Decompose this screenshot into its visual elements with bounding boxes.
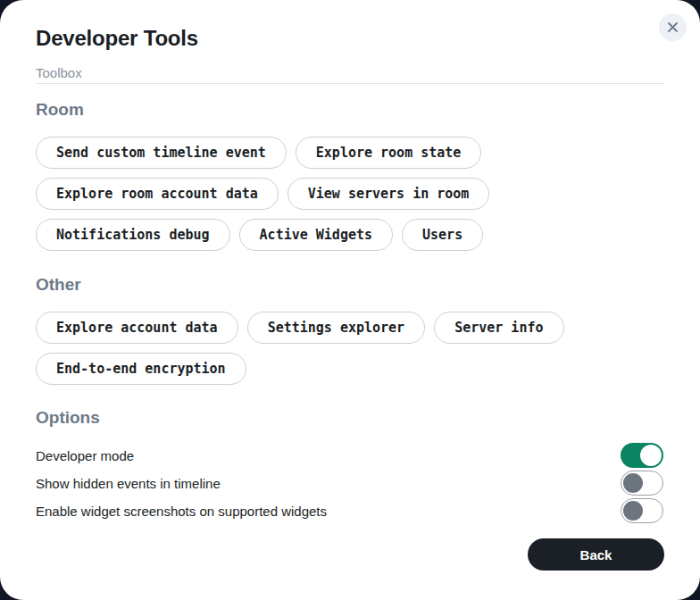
developer-tools-dialog: Developer Tools Toolbox Room Send custom… (0, 0, 700, 600)
tool-button-send-custom-timeline-event[interactable]: Send custom timeline event (36, 137, 287, 169)
dialog-title: Developer Tools (36, 27, 664, 50)
toggle-knob (640, 445, 662, 466)
tool-button-explore-account-data[interactable]: Explore account data (36, 312, 238, 344)
tool-button-explore-room-account-data[interactable]: Explore room account data (36, 178, 279, 210)
close-button[interactable] (659, 13, 687, 41)
options-list: Developer mode Show hidden events in tim… (36, 443, 664, 523)
dialog-subtitle: Toolbox (36, 64, 664, 84)
toggle-widget-screenshots[interactable] (621, 498, 663, 523)
tool-button-end-to-end-encryption[interactable]: End-to-end encryption (36, 353, 246, 385)
option-label: Developer mode (36, 448, 621, 463)
section-heading-options: Options (36, 409, 664, 427)
tool-button-settings-explorer[interactable]: Settings explorer (247, 312, 426, 344)
toggle-developer-mode[interactable] (621, 443, 663, 468)
option-row-widget-screenshots: Enable widget screenshots on supported w… (36, 498, 664, 523)
room-button-group: Send custom timeline event Explore room … (36, 137, 664, 251)
option-label: Show hidden events in timeline (36, 476, 621, 491)
option-row-show-hidden-events: Show hidden events in timeline (36, 471, 664, 496)
other-button-group: Explore account data Settings explorer S… (36, 312, 664, 385)
tool-button-server-info[interactable]: Server info (434, 312, 563, 344)
tool-button-explore-room-state[interactable]: Explore room state (296, 137, 482, 169)
option-label: Enable widget screenshots on supported w… (36, 504, 621, 519)
section-heading-other: Other (36, 276, 664, 294)
tool-button-notifications-debug[interactable]: Notifications debug (36, 219, 230, 251)
toggle-knob (623, 473, 643, 493)
tool-button-active-widgets[interactable]: Active Widgets (239, 219, 393, 251)
toggle-show-hidden-events[interactable] (621, 471, 663, 496)
toggle-knob (623, 501, 643, 521)
back-button[interactable]: Back (528, 538, 664, 571)
section-heading-room: Room (36, 101, 664, 119)
option-row-developer-mode: Developer mode (36, 443, 664, 468)
tool-button-users[interactable]: Users (402, 219, 483, 251)
close-icon (667, 21, 679, 33)
tool-button-view-servers-in-room[interactable]: View servers in room (288, 178, 490, 210)
dialog-footer: Back (36, 538, 664, 571)
